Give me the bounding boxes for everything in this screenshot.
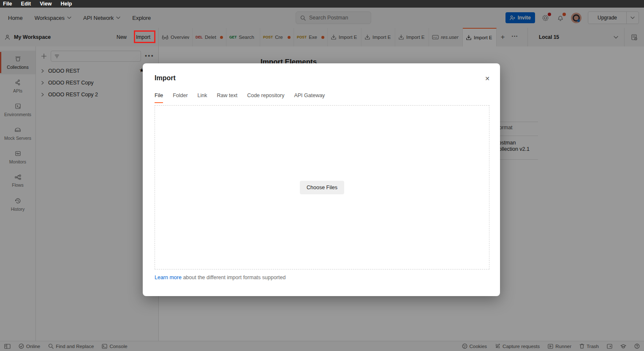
menu-file[interactable]: File [3, 1, 12, 7]
file-dropzone[interactable]: Choose Files [155, 105, 489, 269]
learn-more-link[interactable]: Learn more [155, 275, 182, 280]
menu-view[interactable]: View [40, 1, 52, 7]
menu-help[interactable]: Help [60, 1, 72, 7]
modal-footer: Learn more about the different import fo… [155, 275, 489, 280]
tab-link[interactable]: Link [198, 93, 207, 103]
close-icon[interactable]: ✕ [483, 73, 492, 84]
tab-file[interactable]: File [155, 93, 163, 103]
menu-edit[interactable]: Edit [21, 1, 31, 7]
tab-code-repository[interactable]: Code repository [247, 93, 284, 103]
native-menubar: File Edit View Help [0, 0, 644, 8]
tab-raw-text[interactable]: Raw text [217, 93, 238, 103]
import-modal: Import ✕ File Folder Link Raw text Code … [143, 63, 500, 296]
tab-folder[interactable]: Folder [173, 93, 187, 103]
footer-text: about the different import formats suppo… [182, 275, 285, 280]
modal-title: Import [155, 74, 489, 82]
choose-files-button[interactable]: Choose Files [300, 181, 344, 194]
import-modal-tabs: File Folder Link Raw text Code repositor… [155, 93, 489, 103]
tab-api-gateway[interactable]: API Gateway [294, 93, 325, 103]
